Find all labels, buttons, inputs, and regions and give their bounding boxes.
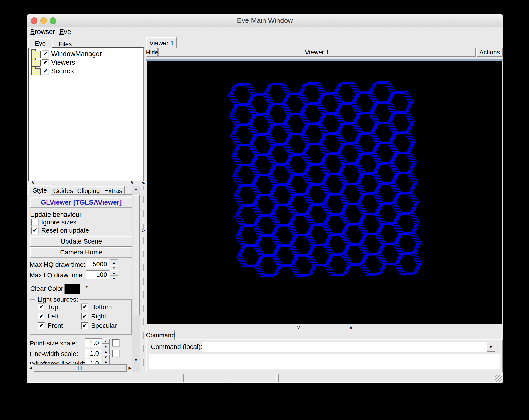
viewer-toolbar: Hide Viewer 1 Actions bbox=[146, 48, 503, 58]
command-input[interactable] bbox=[202, 342, 486, 352]
chevron-down-icon: ∨ bbox=[297, 326, 300, 329]
command-panel: Command (local): ▼ bbox=[146, 339, 503, 372]
hscroll-thumb[interactable]: ||| bbox=[34, 364, 127, 372]
swatch-divider bbox=[83, 283, 83, 294]
update-behaviour-label: Update behaviour bbox=[30, 211, 81, 218]
tree-checkbox[interactable]: ✔ bbox=[42, 51, 49, 57]
spin-up-button[interactable]: ▲ bbox=[102, 359, 110, 364]
clear-color-label: Clear Color bbox=[30, 285, 63, 292]
update-scene-button[interactable]: Update Scene bbox=[30, 236, 132, 247]
scroll-left-icon[interactable]: ◀ bbox=[28, 366, 34, 370]
tab-extras-label: Extras bbox=[104, 187, 122, 195]
command-local-label: Command (local): bbox=[151, 343, 202, 350]
line-width-checkbox[interactable] bbox=[112, 350, 119, 357]
spin-up-button[interactable]: ▲ bbox=[102, 349, 110, 354]
title-bar[interactable]: Eve Main Window bbox=[27, 14, 503, 27]
tab-eve[interactable]: Eve bbox=[28, 39, 52, 48]
clear-color-swatch[interactable] bbox=[65, 284, 80, 294]
tree-row-windowmanager[interactable]: ✔ WindowManager bbox=[29, 50, 144, 58]
color-dropdown-arrow[interactable]: ▼ bbox=[85, 285, 89, 289]
tab-style[interactable]: Style bbox=[28, 185, 51, 195]
eve-tree-list[interactable]: ✔ WindowManager ✔ Viewers ✔ Scenes bbox=[28, 47, 144, 181]
light-front-checkbox[interactable]: ✔ bbox=[38, 322, 45, 329]
command-output[interactable] bbox=[149, 354, 500, 370]
light-bottom-label: Bottom bbox=[91, 303, 112, 311]
tree-row-viewers[interactable]: ✔ Viewers bbox=[29, 58, 144, 66]
ignore-sizes-label: Ignore sizes bbox=[41, 219, 76, 226]
menu-eve[interactable]: Eve bbox=[59, 26, 71, 37]
light-right-checkbox[interactable]: ✔ bbox=[81, 313, 88, 320]
spin-up-button[interactable]: ▲ bbox=[110, 270, 118, 276]
combo-dropdown-button[interactable]: ▼ bbox=[486, 342, 495, 352]
tab-command[interactable]: Command bbox=[146, 330, 175, 340]
tab-style-label: Style bbox=[33, 187, 47, 194]
status-bar bbox=[27, 374, 503, 382]
point-size-label: Point-size scale: bbox=[30, 340, 77, 347]
tree-checkbox[interactable]: ✔ bbox=[42, 59, 49, 66]
light-left-checkbox[interactable]: ✔ bbox=[38, 313, 45, 320]
max-lq-spinner: ▲ ▼ bbox=[110, 270, 118, 281]
folder-icon bbox=[31, 68, 40, 75]
viewer-title-bar[interactable]: Viewer 1 bbox=[159, 48, 476, 57]
chevron-down-icon: ∨ bbox=[349, 326, 353, 329]
light-sources-group: Light sources: ✔ Top ✔ Bottom ✔ Left ✔ R… bbox=[30, 299, 132, 335]
splitter-dots bbox=[300, 328, 349, 329]
tab-eve-label: Eve bbox=[35, 40, 46, 47]
viewer-horizontal-splitter[interactable]: ∨ ∨ bbox=[297, 326, 353, 329]
light-specular-checkbox[interactable]: ✔ bbox=[81, 322, 88, 329]
menu-divider bbox=[73, 26, 73, 37]
max-lq-input[interactable]: 100 bbox=[86, 270, 110, 279]
honeycomb-structure bbox=[226, 80, 431, 308]
max-hq-input[interactable]: 5000 bbox=[86, 260, 110, 269]
splitter-dots bbox=[35, 183, 131, 185]
main-vertical-splitter[interactable]: > > bbox=[141, 180, 145, 372]
tab-viewer1-label: Viewer 1 bbox=[149, 39, 174, 47]
line-width-label: Line-width scale: bbox=[30, 350, 78, 357]
light-front-label: Front bbox=[48, 322, 63, 329]
chevron-right-icon: > bbox=[142, 228, 145, 234]
scroll-up-icon[interactable]: ▲ bbox=[132, 187, 140, 191]
menu-bar: Browser Eve bbox=[27, 26, 503, 37]
tab-guides[interactable]: Guides bbox=[51, 186, 75, 195]
spin-up-button[interactable]: ▲ bbox=[102, 338, 110, 344]
spin-up-button[interactable]: ▲ bbox=[110, 260, 118, 265]
tab-clipping[interactable]: Clipping bbox=[75, 186, 102, 195]
light-left-label: Left bbox=[48, 313, 59, 320]
ignore-sizes-checkbox[interactable] bbox=[31, 219, 39, 226]
tab-files[interactable]: Files bbox=[53, 40, 78, 48]
hide-button[interactable]: Hide bbox=[146, 48, 158, 57]
tab-extras[interactable]: Extras bbox=[102, 186, 125, 195]
scroll-down-icon[interactable]: ▼ bbox=[132, 358, 140, 363]
camera-home-button[interactable]: Camera Home bbox=[30, 247, 132, 258]
splitter-dots bbox=[143, 186, 144, 366]
status-segment bbox=[183, 374, 229, 382]
tree-checkbox[interactable]: ✔ bbox=[42, 68, 49, 75]
folder-icon bbox=[31, 60, 40, 66]
point-size-input[interactable]: 1.0 bbox=[85, 338, 102, 348]
heading-rule bbox=[85, 215, 105, 215]
reset-on-update-checkbox[interactable]: ✔ bbox=[31, 227, 39, 234]
tree-row-scenes[interactable]: ✔ Scenes bbox=[29, 67, 144, 75]
reset-on-update-label: Reset on update bbox=[41, 227, 89, 234]
menu-browser[interactable]: Browser bbox=[30, 26, 55, 37]
spin-down-button[interactable]: ▼ bbox=[110, 276, 118, 281]
style-panel-vscrollbar[interactable]: ▲ ≡ ▼ bbox=[132, 186, 140, 372]
vscroll-thumb[interactable]: ≡ bbox=[133, 195, 140, 315]
gl-viewport[interactable] bbox=[147, 61, 503, 324]
update-behaviour-heading: Update behaviour bbox=[30, 211, 128, 218]
light-bottom-checkbox[interactable]: ✔ bbox=[81, 303, 88, 311]
tab-guides-label: Guides bbox=[53, 187, 73, 195]
tab-viewer1[interactable]: Viewer 1 bbox=[146, 37, 177, 48]
line-width-input[interactable]: 1.0 bbox=[85, 349, 102, 358]
light-top-checkbox[interactable]: ✔ bbox=[38, 303, 45, 311]
resize-grip[interactable] bbox=[495, 375, 502, 382]
glviewer-link-button[interactable]: GLViewer [TGLSAViewer] bbox=[30, 197, 132, 208]
light-right-label: Right bbox=[91, 313, 106, 320]
style-panel-hscrollbar[interactable]: ◀ ||| ▶ bbox=[28, 364, 133, 372]
max-hq-label: Max HQ draw time: bbox=[30, 261, 85, 268]
command-combobox: ▼ bbox=[202, 341, 496, 352]
point-size-checkbox[interactable] bbox=[112, 340, 119, 346]
status-segment bbox=[278, 374, 499, 382]
tree-item-label: Scenes bbox=[51, 67, 74, 75]
actions-button[interactable]: Actions bbox=[476, 48, 503, 57]
